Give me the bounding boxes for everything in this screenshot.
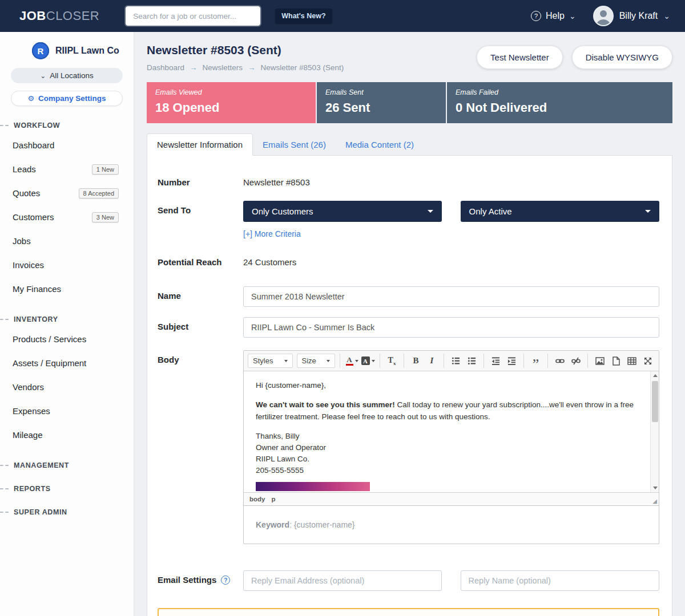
help-menu[interactable]: ? Help ⌄ xyxy=(531,11,576,21)
editor-scrollbar[interactable] xyxy=(650,371,659,492)
italic-button[interactable]: I xyxy=(425,354,439,368)
send-to-select[interactable]: Only Customers xyxy=(243,201,442,222)
status-filter-selected: Only Active xyxy=(469,206,512,216)
chevron-down-icon: ⌄ xyxy=(40,72,46,80)
tab-newsletter-information[interactable]: Newsletter Information xyxy=(147,133,253,156)
send-to-selected: Only Customers xyxy=(252,206,313,216)
sidebar-item-my-finances[interactable]: My Finances xyxy=(0,278,134,300)
all-locations-dropdown[interactable]: ⌄ All Locations xyxy=(11,68,123,83)
disable-wysiwyg-button[interactable]: Disable WYSIWYG xyxy=(572,46,672,69)
indent-button[interactable] xyxy=(505,354,519,368)
image-button[interactable] xyxy=(593,354,607,368)
scroll-down-arrow[interactable] xyxy=(651,484,659,492)
status-filter-select[interactable]: Only Active xyxy=(461,201,659,222)
section-inventory: INVENTORY xyxy=(0,315,134,323)
email-settings-label-wrap: Email Settings ? xyxy=(158,570,243,591)
scroll-up-arrow[interactable] xyxy=(651,371,659,380)
nav-item-label: Assets / Equipment xyxy=(13,358,86,368)
table-button[interactable] xyxy=(624,354,639,368)
breadcrumb: Dashboard → Newsletters → Newsletter #85… xyxy=(147,63,344,72)
bulleted-list-button[interactable] xyxy=(465,354,479,368)
sidebar-item-dashboard[interactable]: Dashboard xyxy=(0,134,134,156)
search-input[interactable] xyxy=(126,6,260,26)
stat-emails-viewed: Emails Viewed 18 Opened xyxy=(147,82,316,123)
sidebar-item-expenses[interactable]: Expenses xyxy=(0,400,134,422)
section-super-admin[interactable]: SUPER ADMIN xyxy=(0,508,134,516)
editor-signature-line: Owner and Operator xyxy=(256,442,639,453)
sidebar-item-assets-equipment[interactable]: Assets / Equipment xyxy=(0,352,134,374)
app-logo[interactable]: JOBCLOSER xyxy=(19,9,99,23)
quotes-badge: 8 Accepted xyxy=(79,188,119,198)
name-input[interactable] xyxy=(243,286,659,307)
breadcrumb-dashboard[interactable]: Dashboard xyxy=(147,63,184,72)
reply-name-input[interactable] xyxy=(461,570,659,591)
number-label: Number xyxy=(158,173,243,187)
whats-new-button[interactable]: What's New? xyxy=(275,9,332,23)
sidebar-item-quotes[interactable]: Quotes8 Accepted xyxy=(0,182,134,204)
test-newsletter-button[interactable]: Test Newsletter xyxy=(477,46,563,69)
company-header[interactable]: R RIIPL Lawn Co xyxy=(0,42,134,59)
company-name: RIIPL Lawn Co xyxy=(55,46,119,56)
name-row: Name xyxy=(158,286,659,307)
iframe-button[interactable] xyxy=(609,354,623,368)
breadcrumb-current: Newsletter #8503 (Sent) xyxy=(261,63,344,72)
stat-value: 26 Sent xyxy=(325,100,437,115)
section-reports[interactable]: REPORTS xyxy=(0,485,134,493)
styles-dropdown[interactable]: Styles xyxy=(248,354,293,368)
nav-item-label: Mileage xyxy=(13,430,43,440)
unlink-button[interactable] xyxy=(569,354,583,368)
image-icon xyxy=(595,356,605,366)
maximize-button[interactable] xyxy=(640,354,655,368)
background-color-button[interactable]: A xyxy=(361,354,375,368)
breadcrumb-newsletters[interactable]: Newsletters xyxy=(203,63,243,72)
sidebar-item-customers[interactable]: Customers3 New xyxy=(0,206,134,228)
toolbar-separator xyxy=(404,354,404,368)
link-button[interactable] xyxy=(553,354,567,368)
more-criteria-link[interactable]: [+] More Criteria xyxy=(243,229,301,238)
dash-icon xyxy=(0,125,9,126)
link-icon xyxy=(555,356,565,366)
toolbar-separator xyxy=(523,354,524,368)
outdent-button[interactable] xyxy=(489,354,503,368)
blockquote-button[interactable]: ” xyxy=(529,354,543,368)
user-menu[interactable]: Billy Kraft ⌄ xyxy=(593,6,670,26)
toolbar-separator xyxy=(483,354,484,368)
numbered-list-button[interactable] xyxy=(449,354,463,368)
number-value: Newsletter #8503 xyxy=(243,173,659,187)
tab-emails-sent[interactable]: Emails Sent (26) xyxy=(253,134,336,155)
resize-grip-icon[interactable]: ◢ xyxy=(652,499,657,504)
sidebar-item-jobs[interactable]: Jobs xyxy=(0,230,134,252)
subject-input[interactable] xyxy=(243,317,659,338)
send-confirmation-notice: Ready to send your newsletter? Please ch… xyxy=(158,608,659,616)
newsletter-form-panel: Number Newsletter #8503 Send To Only Cus… xyxy=(147,155,672,616)
user-name: Billy Kraft xyxy=(619,11,658,21)
element-path-p[interactable]: p xyxy=(271,496,275,502)
remove-format-button[interactable]: Tx xyxy=(385,354,399,368)
toolbar-separator xyxy=(380,354,380,368)
help-tooltip-icon[interactable]: ? xyxy=(221,576,230,585)
sidebar-item-vendors[interactable]: Vendors xyxy=(0,376,134,398)
scrollbar-thumb[interactable] xyxy=(652,381,658,422)
nav-item-label: Invoices xyxy=(13,260,44,270)
keyword-hint: Keyword: {customer-name} xyxy=(244,505,659,544)
section-label: REPORTS xyxy=(14,485,51,493)
size-dropdown[interactable]: Size xyxy=(297,354,336,368)
bold-button[interactable]: B xyxy=(409,354,423,368)
editor-content[interactable]: Hi {customer-name}, We can't wait to see… xyxy=(244,371,659,492)
sidebar: R RIIPL Lawn Co ⌄ All Locations ⚙ Compan… xyxy=(0,32,134,616)
sidebar-item-invoices[interactable]: Invoices xyxy=(0,254,134,276)
section-management[interactable]: MANAGEMENT xyxy=(0,461,134,469)
company-settings-button[interactable]: ⚙ Company Settings xyxy=(11,91,123,106)
tab-media-content[interactable]: Media Content (2) xyxy=(336,134,424,155)
app: JOBCLOSER What's New? ? Help ⌄ Billy Kra… xyxy=(0,0,685,616)
sidebar-item-products-services[interactable]: Products / Services xyxy=(0,328,134,350)
reply-email-input[interactable] xyxy=(243,570,442,591)
sidebar-item-leads[interactable]: Leads1 New xyxy=(0,158,134,180)
gear-icon: ⚙ xyxy=(27,94,34,103)
element-path-body[interactable]: body xyxy=(249,496,265,502)
leads-badge: 1 New xyxy=(92,164,119,175)
dash-icon xyxy=(0,319,9,320)
sidebar-item-mileage[interactable]: Mileage xyxy=(0,424,134,446)
text-color-button[interactable]: A xyxy=(345,354,359,368)
chevron-down-icon: ⌄ xyxy=(569,11,576,21)
